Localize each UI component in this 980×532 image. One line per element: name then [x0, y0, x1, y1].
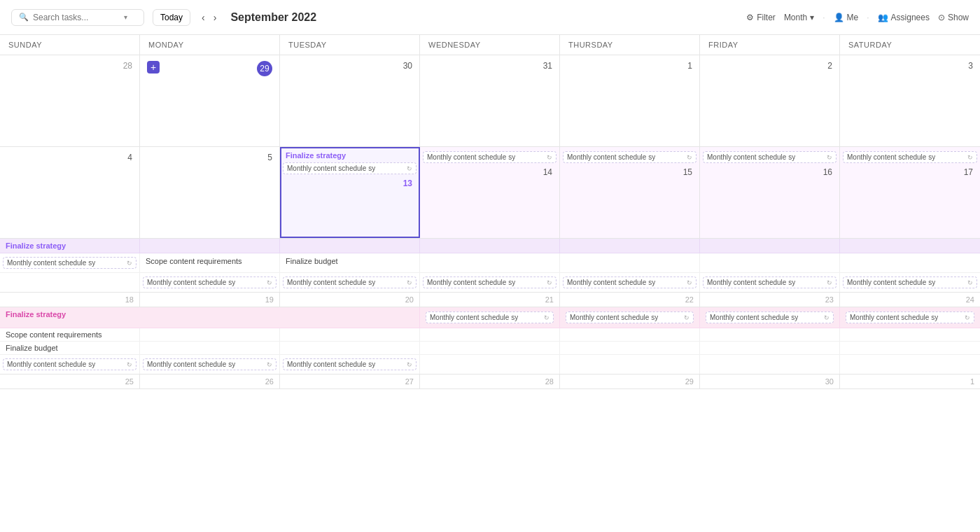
budget-cell-sat [840, 342, 980, 354]
scope-cell-tue [280, 328, 420, 341]
finalize-strategy-cell-wed [420, 239, 560, 253]
day-sep9[interactable]: Monthly content schedule sy ↻ 16 [700, 147, 840, 238]
exp2-card-fri: Monthly content schedule sy ↻ [700, 273, 840, 292]
refresh-icon-wed7: ↻ [547, 154, 552, 161]
budget-cell-thu [560, 342, 700, 354]
event-card-text-pink-sat: Monthly content schedule sy [850, 314, 938, 321]
finalize-strategy-cell-tue [280, 239, 420, 253]
header-sunday: Sunday [0, 35, 140, 55]
day-sep31[interactable]: 31 [420, 55, 560, 146]
event-card-pink-wed[interactable]: Monthly content schedule sy ↻ [426, 312, 554, 323]
event-card-text-wk4-tue: Monthly content schedule sy [287, 360, 375, 368]
num-27: 27 [280, 374, 420, 388]
num-25: 25 [0, 374, 140, 388]
event-card-text: Monthly content schedule sy [287, 164, 375, 172]
search-dropdown-icon[interactable]: ▾ [124, 13, 127, 21]
day-sep5[interactable]: 5 [140, 147, 280, 238]
event-card-tue6[interactable]: Monthly content schedule sy ↻ [283, 162, 416, 174]
exp-card-sat [840, 253, 980, 272]
event-card-pink-thu[interactable]: Monthly content schedule sy ↻ [566, 312, 694, 323]
event-card-exp2-thu[interactable]: Monthly content schedule sy ↻ [563, 276, 696, 288]
refresh-icon-exp2-fri: ↻ [827, 279, 832, 286]
event-card-wk4-mon[interactable]: Monthly content schedule sy ↻ [143, 358, 276, 370]
assignees-button[interactable]: 👥 Assignees [878, 13, 930, 22]
day-aug28[interactable]: 28 [0, 55, 140, 146]
wk4-card-sat [840, 355, 980, 374]
header-wednesday: Wednesday [420, 35, 560, 55]
scope-cell-fri [700, 328, 840, 341]
day-sep2[interactable]: 2 [700, 55, 840, 146]
event-card-exp2-mon[interactable]: Monthly content schedule sy ↻ [143, 276, 276, 288]
budget-cell-wed [420, 342, 560, 354]
event-card-pink-fri[interactable]: Monthly content schedule sy ↻ [706, 312, 834, 323]
day-number-13: 13 [283, 176, 416, 190]
expanded-cards-row-2: Monthly content schedule sy ↻ Monthly co… [0, 273, 980, 292]
day-sep8[interactable]: Monthly content schedule sy ↻ 15 [560, 147, 700, 238]
exp-card-tue: Finalize budget [280, 253, 420, 272]
day-sep7[interactable]: Monthly content schedule sy ↻ 14 [420, 147, 560, 238]
day-number-4: 4 [3, 150, 136, 164]
event-card-wk4-tue[interactable]: Monthly content schedule sy ↻ [283, 358, 416, 370]
header-right: ⚙ Filter Month ▾ · 👤 Me · 👥 Assignees ⊙ … [746, 13, 969, 22]
event-card-exp-sun[interactable]: Monthly content schedule sy ↻ [3, 257, 136, 269]
expanded-section-1: Finalize strategy Monthly content schedu… [0, 239, 980, 293]
refresh-icon-exp-sun: ↻ [127, 260, 132, 267]
scope-cell-sun: Scope content requirements [0, 328, 140, 341]
day-sep1[interactable]: 1 [560, 55, 700, 146]
num-21: 21 [420, 293, 560, 307]
exp-card-fri [700, 253, 840, 272]
app-container: 🔍 ▾ Today ‹ › September 2022 ⚙ Filter Mo… [0, 0, 980, 532]
pink-strategy-bar: Finalize strategy Monthly content schedu… [0, 307, 980, 328]
refresh-icon-exp2-sat: ↻ [967, 279, 973, 286]
day-sep4[interactable]: 4 [0, 147, 140, 238]
event-card-text-exp-sun: Monthly content schedule sy [7, 259, 95, 267]
me-button[interactable]: 👤 Me [834, 13, 859, 22]
month-dropdown-icon: ▾ [810, 13, 814, 22]
budget-cell-fri [700, 342, 840, 354]
separator-2: · [867, 13, 869, 22]
day-number-1: 1 [563, 58, 696, 72]
day-sep30[interactable]: 30 [280, 55, 420, 146]
show-button[interactable]: ⊙ Show [938, 13, 969, 22]
show-label: Show [948, 13, 969, 22]
event-card-text-exp2-thu: Monthly content schedule sy [567, 279, 655, 286]
event-card-text-thu8: Monthly content schedule sy [567, 153, 655, 161]
refresh-icon-thu8: ↻ [687, 154, 692, 161]
today-button[interactable]: Today [153, 9, 190, 26]
prev-month-button[interactable]: ‹ [199, 10, 208, 24]
num-oct1: 1 [840, 374, 980, 388]
next-month-button[interactable]: › [211, 10, 220, 24]
filter-button[interactable]: ⚙ Filter [746, 13, 776, 22]
scope-cell-wed [420, 328, 560, 341]
refresh-icon-exp2-wed: ↻ [547, 279, 552, 286]
finalize-strategy-cell-sun: Finalize strategy [0, 239, 140, 253]
calendar-container: Sunday Monday Tuesday Wednesday Thursday… [0, 35, 980, 532]
day-sep6[interactable]: Finalize strategy Monthly content schedu… [280, 147, 420, 238]
event-card-exp2-fri[interactable]: Monthly content schedule sy ↻ [703, 276, 836, 288]
day-sep10[interactable]: Monthly content schedule sy ↻ 17 [840, 147, 980, 238]
week4-detail-row2: Finalize budget [0, 342, 980, 355]
event-card-exp2-wed[interactable]: Monthly content schedule sy ↻ [423, 276, 556, 288]
event-card-fri9[interactable]: Monthly content schedule sy ↻ [703, 151, 836, 163]
event-card-exp2-sat[interactable]: Monthly content schedule sy ↻ [843, 276, 977, 288]
header-monday: Monday [140, 35, 280, 55]
event-card-exp2-tue[interactable]: Monthly content schedule sy ↻ [283, 276, 416, 288]
event-card-sat10[interactable]: Monthly content schedule sy ↻ [843, 151, 977, 163]
finalize-strategy-label-6: Finalize strategy [283, 150, 416, 161]
day-sep3[interactable]: 3 [840, 55, 980, 146]
month-view-button[interactable]: Month ▾ [784, 13, 814, 22]
day-number-15: 15 [563, 164, 696, 178]
exp-card-sun: Monthly content schedule sy ↻ [0, 253, 140, 272]
event-card-pink-sat[interactable]: Monthly content schedule sy ↻ [846, 312, 974, 323]
search-box[interactable]: 🔍 ▾ [11, 9, 144, 26]
day-aug29[interactable]: + 29 [140, 55, 280, 146]
add-task-button-29[interactable]: + [147, 61, 160, 74]
event-card-wed7[interactable]: Monthly content schedule sy ↻ [423, 151, 556, 163]
exp2-card-sat: Monthly content schedule sy ↻ [840, 273, 980, 292]
refresh-icon-wk4-mon: ↻ [267, 361, 272, 368]
num-24: 24 [840, 293, 980, 307]
header: 🔍 ▾ Today ‹ › September 2022 ⚙ Filter Mo… [0, 0, 980, 35]
search-input[interactable] [33, 13, 117, 22]
event-card-wk4-sun[interactable]: Monthly content schedule sy ↻ [3, 358, 136, 370]
event-card-thu8[interactable]: Monthly content schedule sy ↻ [563, 151, 696, 163]
